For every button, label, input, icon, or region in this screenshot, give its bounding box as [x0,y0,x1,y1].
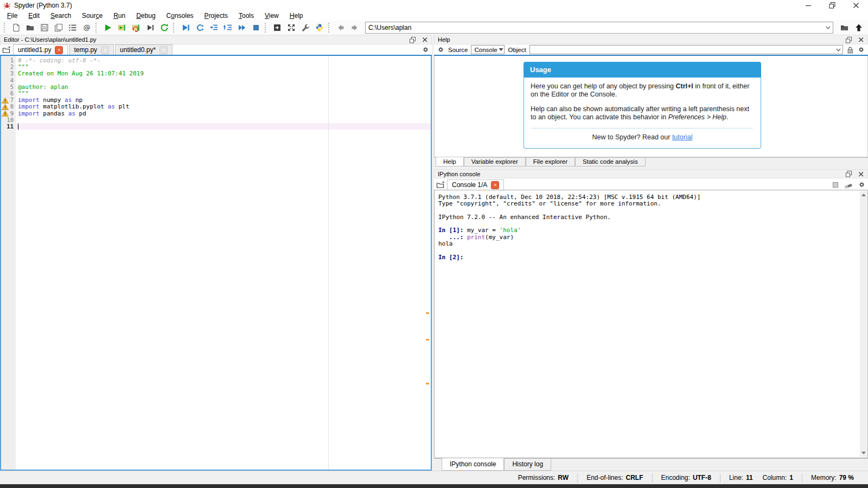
warning-flag[interactable] [426,383,429,384]
save-all-button[interactable] [52,21,66,34]
tab-close-icon[interactable]: × [101,46,109,54]
gutter-line: 8 [1,103,16,110]
window-title: Spyder (Python 3.7) [14,2,72,9]
forward-button[interactable] [348,21,362,34]
tab-ipython-console[interactable]: IPython console [442,458,504,471]
tab-untitled1-py[interactable]: untitled1.py× [13,44,68,55]
run-button[interactable] [101,21,115,34]
menu-consoles[interactable]: Consoles [161,11,199,21]
fullscreen-button[interactable] [284,21,298,34]
toolbar-handle [95,23,99,33]
close-button[interactable] [844,0,868,10]
back-button[interactable] [334,21,348,34]
continue-button[interactable] [235,21,249,34]
code-line: """ [16,90,431,97]
tutorial-link[interactable]: tutorial [672,133,693,141]
window-controls [796,0,868,10]
menu-help[interactable]: Help [284,11,309,21]
tab-variable-explorer[interactable]: Variable explorer [464,158,526,166]
close-pane-icon[interactable] [858,171,864,177]
lock-icon[interactable] [846,46,854,54]
toolbar-handle [265,23,268,33]
eraser-icon[interactable] [842,179,855,190]
object-combo[interactable] [529,45,843,54]
open-file-button[interactable] [23,21,37,34]
console-scrollbar[interactable] [860,191,867,457]
tab-close-icon[interactable]: × [491,181,499,189]
tab-history-log[interactable]: History log [504,459,551,471]
close-pane-icon[interactable] [422,36,428,43]
menu-edit[interactable]: Edit [23,11,45,21]
help-options-gear-icon[interactable] [857,46,865,54]
menu-source[interactable]: Source [76,11,108,21]
float-pane-icon[interactable] [845,36,852,43]
debug-button[interactable] [178,21,193,34]
code-line: """ [16,63,431,70]
parent-directory-button[interactable] [852,21,866,34]
console-line [438,207,867,214]
console-bottom-tabs: IPython consoleHistory log [434,458,868,471]
console-pane-title: IPython console [438,171,845,177]
browse-directory-button[interactable] [838,21,852,34]
svg-text:@: @ [84,23,91,31]
menu-projects[interactable]: Projects [199,11,233,21]
console-options-gear-icon[interactable] [855,179,868,190]
help-gear-icon[interactable] [437,46,445,54]
column-guide [328,56,329,470]
file-switcher-button[interactable] [66,21,80,34]
browse-tabs-icon[interactable] [0,44,13,55]
step-return-button[interactable] [221,21,235,34]
save-button[interactable] [37,21,52,34]
step-into-button[interactable] [207,21,221,34]
console-content[interactable]: Python 3.7.1 (default, Dec 10 2018, 22:5… [434,190,868,458]
tab-console-1-a[interactable]: Console 1/A× [447,179,504,190]
browse-tabs-icon[interactable] [434,179,447,190]
tab-close-icon[interactable]: × [159,46,168,54]
help-options-bar: Source Console Object [434,44,868,56]
rerun-cell-button[interactable] [129,21,143,34]
warning-flag[interactable] [426,312,429,314]
gutter-line: 3 [1,70,16,76]
inspect-icon[interactable] [829,179,842,190]
find-symbols-button[interactable]: @ [80,21,94,34]
warning-flag[interactable] [426,339,429,341]
menu-debug[interactable]: Debug [131,11,161,21]
editor-options-gear-icon[interactable] [419,44,432,55]
menu-file[interactable]: File [2,11,23,21]
menu-run[interactable]: Run [108,11,131,21]
new-file-button[interactable] [9,21,23,34]
restore-button[interactable] [820,0,844,10]
scroll-down-icon[interactable] [861,452,866,454]
float-pane-icon[interactable] [845,170,852,177]
tab-file-explorer[interactable]: File explorer [526,158,575,166]
gutter-line: 6 [1,90,16,97]
tab-close-icon[interactable]: × [55,46,63,54]
tab-help[interactable]: Help [436,157,464,166]
tab-temp-py[interactable]: temp.py× [69,44,114,55]
editor-gutter: 1234567891011 [1,56,16,470]
console-line: Type "copyright", "credits" or "license"… [438,200,867,207]
maximize-pane-button[interactable] [270,21,284,34]
working-directory-path[interactable]: C:\Users\aplan [366,24,823,31]
run-cell-button[interactable] [115,21,129,34]
tab-untitled0-py-[interactable]: untitled0.py*× [115,44,173,55]
working-directory-combo[interactable]: C:\Users\aplan [365,22,833,34]
python-path-button[interactable] [312,21,327,34]
menu-tools[interactable]: Tools [233,11,259,21]
stop-button[interactable] [249,21,263,34]
step-over-button[interactable] [193,21,207,34]
editor-code-area[interactable]: # -*- coding: utf-8 -*-"""Created on Mon… [16,56,431,470]
run-selection-button[interactable] [143,21,157,34]
menu-view[interactable]: View [259,11,284,21]
minimize-button[interactable] [796,0,820,10]
menu-search[interactable]: Search [45,11,76,21]
scroll-up-icon[interactable] [861,194,866,196]
chevron-down-icon[interactable] [823,25,833,30]
source-combo[interactable]: Console [471,45,505,54]
float-pane-icon[interactable] [409,36,416,43]
tab-static-code-analysis[interactable]: Static code analysis [575,158,646,166]
preferences-button[interactable] [298,21,312,34]
editor-content[interactable]: 1234567891011 # -*- coding: utf-8 -*-"""… [0,56,432,471]
close-pane-icon[interactable] [858,36,864,43]
rerun-last-button[interactable] [157,21,171,34]
